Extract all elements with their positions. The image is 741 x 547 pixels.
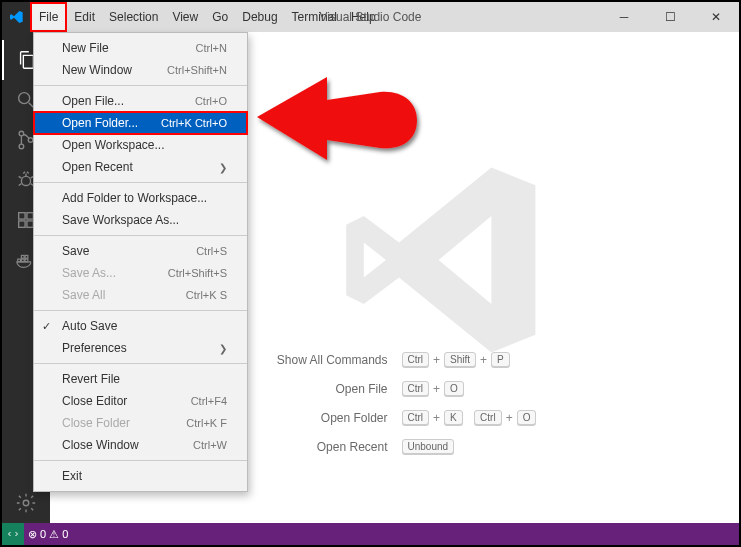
menu-item-new-window[interactable]: New WindowCtrl+Shift+N — [34, 59, 247, 81]
menu-item-add-folder-to-workspace[interactable]: Add Folder to Workspace... — [34, 187, 247, 209]
menu-item-preferences[interactable]: Preferences❯ — [34, 337, 247, 359]
menu-edit[interactable]: Edit — [67, 2, 102, 32]
menu-item-shortcut: Ctrl+K S — [186, 289, 227, 301]
window-title: Visual Studio Code — [320, 10, 422, 24]
menu-item-shortcut: Ctrl+F4 — [191, 395, 227, 407]
warning-count: 0 — [62, 528, 68, 540]
menu-item-label: Close Editor — [62, 394, 127, 408]
menu-selection[interactable]: Selection — [102, 2, 165, 32]
menu-item-save-all: Save AllCtrl+K S — [34, 284, 247, 306]
menu-item-close-folder: Close FolderCtrl+K F — [34, 412, 247, 434]
svg-point-0 — [19, 93, 30, 104]
close-button[interactable]: ✕ — [693, 2, 739, 32]
maximize-button[interactable]: ☐ — [647, 2, 693, 32]
menu-item-shortcut: Ctrl+Shift+S — [168, 267, 227, 279]
menu-item-close-editor[interactable]: Close EditorCtrl+F4 — [34, 390, 247, 412]
menu-item-label: Save As... — [62, 266, 116, 280]
menu-item-new-file[interactable]: New FileCtrl+N — [34, 37, 247, 59]
menu-item-open-recent[interactable]: Open Recent❯ — [34, 156, 247, 178]
menu-item-shortcut: Ctrl+S — [196, 245, 227, 257]
menu-file[interactable]: File — [30, 2, 67, 32]
menu-item-shortcut: Ctrl+N — [196, 42, 227, 54]
menu-item-label: New Window — [62, 63, 132, 77]
window-controls: ─ ☐ ✕ — [601, 2, 739, 32]
menu-item-open-folder[interactable]: Open Folder...Ctrl+K Ctrl+O — [34, 112, 247, 134]
status-problems[interactable]: ⊗0 ⚠0 — [28, 528, 68, 541]
menu-item-label: Save — [62, 244, 89, 258]
menu-item-revert-file[interactable]: Revert File — [34, 368, 247, 390]
menu-item-label: New File — [62, 41, 109, 55]
svg-point-14 — [23, 500, 29, 506]
menu-item-label: Add Folder to Workspace... — [62, 191, 207, 205]
menu-item-label: Exit — [62, 469, 82, 483]
shortcut-keys: Ctrl+K Ctrl+O — [402, 410, 605, 425]
svg-point-4 — [21, 176, 30, 185]
svg-rect-12 — [21, 255, 24, 258]
svg-rect-5 — [19, 213, 25, 219]
menu-item-shortcut: Ctrl+O — [195, 95, 227, 107]
menu-item-label: Close Window — [62, 438, 139, 452]
menu-item-shortcut: Ctrl+K F — [186, 417, 227, 429]
menu-item-label: Revert File — [62, 372, 120, 386]
statusbar: ⊗0 ⚠0 — [2, 523, 739, 545]
menu-item-save[interactable]: SaveCtrl+S — [34, 240, 247, 262]
svg-rect-6 — [19, 221, 25, 227]
menu-go[interactable]: Go — [205, 2, 235, 32]
menu-separator — [34, 310, 247, 311]
menu-item-open-workspace[interactable]: Open Workspace... — [34, 134, 247, 156]
menu-item-save-as: Save As...Ctrl+Shift+S — [34, 262, 247, 284]
remote-indicator[interactable] — [2, 523, 24, 545]
menu-item-close-window[interactable]: Close WindowCtrl+W — [34, 434, 247, 456]
menu-item-auto-save[interactable]: ✓Auto Save — [34, 315, 247, 337]
app-icon — [2, 2, 30, 32]
menu-item-label: Open Folder... — [62, 116, 138, 130]
menu-item-shortcut: Ctrl+K Ctrl+O — [161, 117, 227, 129]
menu-separator — [34, 182, 247, 183]
menu-item-label: Auto Save — [62, 319, 117, 333]
error-icon: ⊗ — [28, 528, 37, 541]
titlebar: File Edit Selection View Go Debug Termin… — [2, 2, 739, 32]
vscode-watermark-logo — [333, 150, 553, 374]
menu-item-open-file[interactable]: Open File...Ctrl+O — [34, 90, 247, 112]
menu-item-label: Preferences — [62, 341, 127, 355]
menu-item-save-workspace-as[interactable]: Save Workspace As... — [34, 209, 247, 231]
menu-item-label: Close Folder — [62, 416, 130, 430]
menu-view[interactable]: View — [165, 2, 205, 32]
menu-item-label: Open File... — [62, 94, 124, 108]
menu-debug[interactable]: Debug — [235, 2, 284, 32]
error-count: 0 — [40, 528, 46, 540]
menu-separator — [34, 460, 247, 461]
shortcut-keys: Unbound — [402, 439, 605, 454]
warning-icon: ⚠ — [49, 528, 59, 541]
menu-separator — [34, 85, 247, 86]
svg-point-2 — [19, 144, 24, 149]
chevron-right-icon: ❯ — [219, 162, 227, 173]
menu-item-label: Open Workspace... — [62, 138, 165, 152]
menu-separator — [34, 235, 247, 236]
svg-rect-13 — [25, 255, 28, 258]
menu-item-exit[interactable]: Exit — [34, 465, 247, 487]
shortcut-keys: Ctrl+Shift+P — [402, 352, 605, 367]
file-menu-dropdown: New FileCtrl+NNew WindowCtrl+Shift+NOpen… — [33, 32, 248, 492]
minimize-button[interactable]: ─ — [601, 2, 647, 32]
check-icon: ✓ — [42, 320, 51, 333]
menu-item-label: Open Recent — [62, 160, 133, 174]
menu-item-shortcut: Ctrl+W — [193, 439, 227, 451]
menu-item-label: Save Workspace As... — [62, 213, 179, 227]
shortcut-keys: Ctrl+O — [402, 381, 605, 396]
svg-point-1 — [19, 131, 24, 136]
menu-separator — [34, 363, 247, 364]
menu-item-shortcut: Ctrl+Shift+N — [167, 64, 227, 76]
chevron-right-icon: ❯ — [219, 343, 227, 354]
vscode-window: File Edit Selection View Go Debug Termin… — [0, 0, 741, 547]
menu-item-label: Save All — [62, 288, 105, 302]
